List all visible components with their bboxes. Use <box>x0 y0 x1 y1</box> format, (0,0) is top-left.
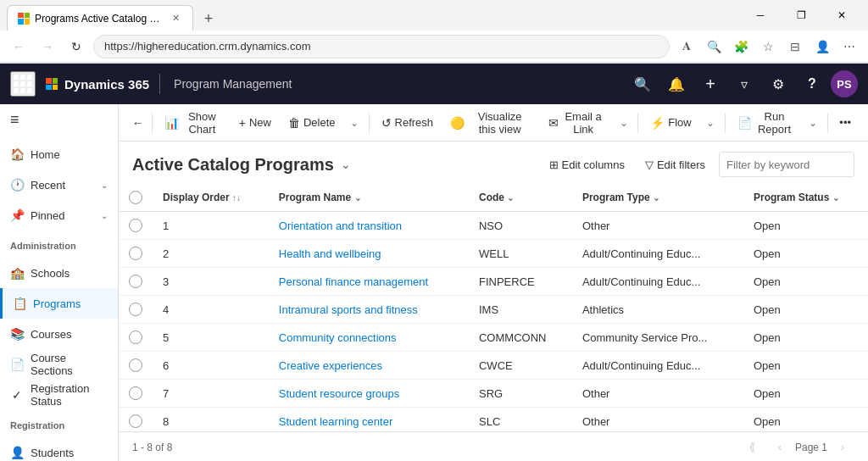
program-link-5[interactable]: Creative experiences <box>279 359 382 372</box>
advanced-filter-icon[interactable]: ▿ <box>729 69 760 99</box>
row-name-6[interactable]: Student resource groups <box>269 380 469 408</box>
program-name-header[interactable]: Program Name ⌄ <box>269 184 469 212</box>
flow-dropdown-button[interactable]: ⌄ <box>702 109 720 136</box>
sidebar-item-schools[interactable]: 🏫 Schools <box>0 258 118 288</box>
row-selector-2[interactable] <box>119 268 153 296</box>
code-header[interactable]: Code ⌄ <box>469 184 572 212</box>
tab-close-icon[interactable]: ✕ <box>169 12 182 25</box>
sidebar-item-registration-status[interactable]: ✓ Registration Status <box>0 380 118 410</box>
row-checkbox-0[interactable] <box>129 219 142 232</box>
show-chart-button[interactable]: 📊 Show Chart <box>158 109 229 136</box>
browser-extension-icon[interactable]: 🧩 <box>729 35 753 58</box>
row-checkbox-4[interactable] <box>129 330 142 344</box>
row-name-4[interactable]: Community connections <box>269 324 469 352</box>
row-name-2[interactable]: Personal finance management <box>269 268 469 296</box>
row-selector-4[interactable] <box>119 324 153 352</box>
profile-icon[interactable]: 👤 <box>810 35 834 58</box>
new-tab-button[interactable]: + <box>197 7 220 31</box>
recent-expand-icon: ⌄ <box>101 181 108 190</box>
row-checkbox-7[interactable] <box>129 414 142 428</box>
row-selector-3[interactable] <box>119 296 153 324</box>
row-name-7[interactable]: Student learning center <box>269 408 469 432</box>
settings-icon[interactable]: ⚙ <box>763 69 793 99</box>
global-search-icon[interactable]: 🔍 <box>627 69 658 99</box>
forward-button[interactable]: → <box>36 35 59 58</box>
settings-more-icon[interactable]: ⋯ <box>837 35 861 58</box>
refresh-button[interactable]: ↻ <box>64 35 88 58</box>
program-link-1[interactable]: Health and wellbeing <box>279 247 381 260</box>
row-checkbox-2[interactable] <box>129 275 142 288</box>
row-selector-5[interactable] <box>119 352 153 380</box>
search-page-icon[interactable]: 🔍 <box>702 35 726 58</box>
prev-page-button[interactable]: ‹ <box>768 436 792 459</box>
row-checkbox-3[interactable] <box>129 303 142 316</box>
waffle-menu-button[interactable] <box>10 71 36 97</box>
sidebar-item-courses[interactable]: 📚 Courses <box>0 319 118 349</box>
url-bar[interactable]: https://highereducation.crm.dynamics.com <box>93 35 670 58</box>
row-checkbox-6[interactable] <box>129 386 142 400</box>
program-link-4[interactable]: Community connections <box>279 331 397 344</box>
back-button[interactable]: ← <box>7 35 31 58</box>
registration-status-icon: ✓ <box>10 388 24 402</box>
row-selector-0[interactable] <box>119 212 153 240</box>
edit-filters-button[interactable]: ▽ Edit filters <box>638 152 712 177</box>
sidebar-item-recent[interactable]: 🕐 Recent ⌄ <box>0 169 118 200</box>
row-selector-1[interactable] <box>119 240 153 268</box>
program-type-header[interactable]: Program Type ⌄ <box>572 184 743 212</box>
filter-keyword-input[interactable] <box>719 152 854 177</box>
run-report-button[interactable]: 📄 Run Report <box>731 109 801 136</box>
row-name-0[interactable]: Orientation and transition <box>269 212 469 240</box>
close-button[interactable]: ✕ <box>822 2 861 29</box>
back-nav-button[interactable]: ← <box>129 111 147 135</box>
row-name-1[interactable]: Health and wellbeing <box>269 240 469 268</box>
sidebar-item-pinned[interactable]: 📌 Pinned ⌄ <box>0 200 118 230</box>
email-dropdown-button[interactable]: ⌄ <box>615 109 632 136</box>
sidebar-item-students[interactable]: 👤 Students <box>0 437 118 461</box>
report-dropdown-button[interactable]: ⌄ <box>804 109 821 136</box>
maximize-button[interactable]: ❐ <box>782 2 821 29</box>
sidebar-item-course-sections[interactable]: 📄 Course Sections <box>0 349 118 380</box>
email-link-button[interactable]: ✉ Email a Link <box>542 109 611 136</box>
row-code-7: SLC <box>469 408 572 432</box>
row-status-5: Open <box>743 352 868 380</box>
row-selector-6[interactable] <box>119 380 153 408</box>
active-tab[interactable]: Programs Active Catalog Progra... ✕ <box>7 5 193 31</box>
sidebar-item-pinned-label: Pinned <box>31 209 64 222</box>
view-title-dropdown-icon[interactable]: ⌄ <box>341 158 351 171</box>
edit-columns-button[interactable]: ⊞ Edit columns <box>542 152 632 177</box>
add-new-icon[interactable]: + <box>695 69 726 99</box>
favorites-icon[interactable]: ☆ <box>756 35 780 58</box>
more-commands-button[interactable]: ••• <box>832 109 858 136</box>
sidebar-item-home[interactable]: 🏠 Home <box>0 139 118 169</box>
row-name-5[interactable]: Creative experiences <box>269 352 469 380</box>
flow-button[interactable]: ⚡ Flow <box>643 109 698 136</box>
display-order-header[interactable]: Display Order ↑↓ <box>153 184 269 212</box>
program-link-2[interactable]: Personal finance management <box>279 275 428 288</box>
program-status-header[interactable]: Program Status ⌄ <box>743 184 868 212</box>
collections-icon[interactable]: ⊟ <box>783 35 807 58</box>
sidebar-toggle-button[interactable]: ≡ <box>10 111 19 129</box>
refresh-button[interactable]: ↺ Refresh <box>375 109 441 136</box>
program-link-3[interactable]: Intramural sports and fitness <box>279 303 418 316</box>
select-all-header[interactable] <box>119 184 153 212</box>
user-avatar[interactable]: PS <box>831 70 858 97</box>
delete-button[interactable]: 🗑 Delete <box>281 109 342 136</box>
row-checkbox-1[interactable] <box>129 247 142 260</box>
program-link-6[interactable]: Student resource groups <box>279 387 399 400</box>
program-link-0[interactable]: Orientation and transition <box>279 219 402 232</box>
row-selector-7[interactable] <box>119 408 153 432</box>
read-aloud-icon[interactable]: 𝐀 <box>675 35 698 58</box>
help-icon[interactable]: ? <box>797 69 827 99</box>
sidebar-item-programs[interactable]: 📋 Programs <box>0 288 118 319</box>
row-name-3[interactable]: Intramural sports and fitness <box>269 296 469 324</box>
program-link-7[interactable]: Student learning center <box>279 415 392 428</box>
help-bell-icon[interactable]: 🔔 <box>661 69 692 99</box>
minimize-button[interactable]: ─ <box>741 2 780 29</box>
first-page-button[interactable]: ⟪ <box>741 436 765 459</box>
new-button[interactable]: + New <box>232 109 278 136</box>
delete-dropdown-button[interactable]: ⌄ <box>345 109 363 136</box>
row-checkbox-5[interactable] <box>129 358 142 372</box>
next-page-button[interactable]: › <box>831 436 854 459</box>
select-all-checkbox[interactable] <box>129 191 142 204</box>
visualize-button[interactable]: 🟡 Visualize this view <box>443 109 538 136</box>
